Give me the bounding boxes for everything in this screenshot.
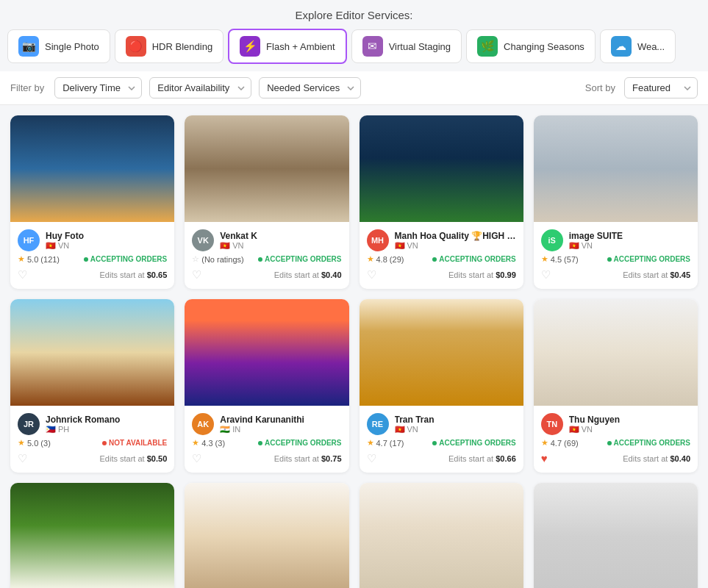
needed-services-select[interactable]: Needed Services Flash + Ambient HDR Blen… <box>259 77 361 98</box>
editor-name: Aravind Karunanithi <box>220 415 341 425</box>
like-button[interactable]: ♡ <box>18 268 27 282</box>
star-icon: ★ <box>18 254 25 264</box>
editor-details: Huy Foto 🇻🇳 VN <box>46 231 167 251</box>
status-dot <box>84 257 88 262</box>
status-dot <box>607 441 612 445</box>
card-editor-info: iS image SUITE 🇻🇳 VN <box>541 229 690 251</box>
editor-card[interactable]: VK Venkat K 🇻🇳 VN ☆(No ratings) ACCEPTIN… <box>185 115 348 289</box>
card-image <box>10 299 174 406</box>
price-text: Edits start at $0.40 <box>623 454 690 463</box>
tab-changing-seasons[interactable]: 🌿 Changing Seasons <box>466 29 596 63</box>
price-text: Edits start at $0.99 <box>448 270 516 279</box>
tab-hdr-blending[interactable]: 🔴 HDR Blending <box>115 29 224 63</box>
star-icon: ☆ <box>192 254 199 264</box>
country-flag: 🇻🇳 <box>46 241 56 251</box>
card-stats: ★4.7 (69) ACCEPTING ORDERS <box>541 438 690 448</box>
card-stats: ★4.3 (3) ACCEPTING ORDERS <box>192 438 341 448</box>
rating: ★4.7 (17) <box>367 438 404 448</box>
editor-availability-select[interactable]: Editor Availability Available Not Availa… <box>149 77 251 98</box>
star-icon: ★ <box>192 438 199 448</box>
card-image <box>534 483 698 588</box>
tab-virtual-staging[interactable]: ✉ Virtual Staging <box>351 29 462 63</box>
editor-card[interactable]: BP BEEPEC 🇻🇳 VN ♡ <box>185 483 348 588</box>
like-button[interactable]: ♡ <box>192 452 201 465</box>
card-image <box>360 115 523 222</box>
card-body: MH Manh Hoa Quality 🏆HIGH – END + 🇻🇳 VN … <box>360 222 523 289</box>
editor-card[interactable]: HF Huy Foto 🇻🇳 VN ★5.0 (121) ACCEPTING O… <box>10 115 174 289</box>
tab-flash-ambient[interactable]: ⚡ Flash + Ambient <box>228 29 347 64</box>
country-flag: 🇻🇳 <box>569 425 579 434</box>
editor-card[interactable]: iS image SUITE 🇻🇳 VN ★4.5 (57) ACCEPTING… <box>534 115 698 289</box>
editor-card[interactable]: JR Johnrick Romano 🇵🇭 PH ★5.0 (3) NOT AV… <box>10 299 174 473</box>
featured-select[interactable]: Featured Top Rated Newest <box>624 77 698 98</box>
editor-card[interactable]: AK Aravind Karunanithi 🇮🇳 IN ★4.3 (3) AC… <box>185 299 348 473</box>
country-flag: 🇻🇳 <box>569 241 579 251</box>
editor-name: Huy Foto <box>46 231 167 241</box>
like-button[interactable]: ♡ <box>541 268 551 282</box>
card-editor-info: VK Venkat K 🇻🇳 VN <box>192 229 341 251</box>
card-editor-info: RE Tran Tran 🇻🇳 VN <box>367 413 516 435</box>
price-text: Edits start at $0.75 <box>274 454 342 463</box>
status-badge: ACCEPTING ORDERS <box>607 255 690 263</box>
price-text: Edits start at $0.65 <box>100 270 168 279</box>
tab-single-photo[interactable]: 📷 Single Photo <box>7 29 110 63</box>
like-button[interactable]: ♡ <box>18 452 27 465</box>
like-button[interactable]: ♡ <box>367 268 376 282</box>
card-body: HF Huy Foto 🇻🇳 VN ★5.0 (121) ACCEPTING O… <box>10 222 174 289</box>
status-dot <box>432 257 437 262</box>
editor-card[interactable]: TN Thu Nguyen 🇻🇳 VN ★4.7 (69) ACCEPTING … <box>534 299 698 473</box>
editor-name: Manh Hoa Quality 🏆HIGH – END + <box>395 231 516 241</box>
editor-card[interactable]: RE Tran Tran 🇻🇳 VN ★4.7 (17) ACCEPTING O… <box>360 299 523 473</box>
status-badge: ACCEPTING ORDERS <box>607 439 690 447</box>
avatar: iS <box>541 229 563 251</box>
virtual-staging-icon: ✉ <box>362 36 383 57</box>
card-stats: ★4.7 (17) ACCEPTING ORDERS <box>367 438 516 448</box>
card-image <box>185 115 348 222</box>
country-code: VN <box>232 241 243 250</box>
card-editor-info: MH Manh Hoa Quality 🏆HIGH – END + 🇻🇳 VN <box>367 229 516 251</box>
avatar: VK <box>192 229 214 251</box>
rating: ★5.0 (121) <box>18 254 60 264</box>
status-badge: NOT AVAILABLE <box>102 439 167 447</box>
changing-seasons-icon: 🌿 <box>477 36 498 57</box>
like-button[interactable]: ♡ <box>367 452 376 465</box>
editor-details: Tran Tran 🇻🇳 VN <box>395 415 516 434</box>
editor-country: 🇻🇳 VN <box>395 425 516 434</box>
cards-grid: HF Huy Foto 🇻🇳 VN ★5.0 (121) ACCEPTING O… <box>0 105 708 588</box>
editor-card[interactable]: MH Manh Hoa Quality 🏆HIGH – END + 🇻🇳 VN … <box>360 115 523 289</box>
card-image <box>360 299 523 406</box>
card-body: VK Venkat K 🇻🇳 VN ☆(No ratings) ACCEPTIN… <box>185 222 348 289</box>
tab-weather[interactable]: ☁ Wea... <box>600 29 676 63</box>
card-price: ♡ Edits start at $0.99 <box>367 268 516 282</box>
like-button[interactable]: ♡ <box>192 268 201 282</box>
card-image <box>185 483 348 588</box>
card-editor-info: AK Aravind Karunanithi 🇮🇳 IN <box>192 413 341 435</box>
rating: ★4.7 (69) <box>541 438 579 448</box>
card-body: JR Johnrick Romano 🇵🇭 PH ★5.0 (3) NOT AV… <box>10 406 174 473</box>
editor-details: Venkat K 🇻🇳 VN <box>220 231 341 251</box>
like-button[interactable]: ♥ <box>541 452 548 465</box>
star-icon: ★ <box>541 438 548 448</box>
avatar: RE <box>367 413 389 435</box>
page-title: Explore Editor Services: <box>0 0 708 29</box>
country-code: VN <box>58 241 69 250</box>
status-dot <box>607 257 612 262</box>
editor-details: Johnrick Romano 🇵🇭 PH <box>46 415 167 434</box>
card-image <box>10 115 174 222</box>
filter-bar: Filter by Delivery Time 24 hours 48 hour… <box>0 71 708 105</box>
editor-card[interactable]: RN Rocker Nguyen 🇻🇳 VN ♡ <box>360 483 523 588</box>
country-flag: 🇻🇳 <box>395 241 405 251</box>
card-body: TN Thu Nguyen 🇻🇳 VN ★4.7 (69) ACCEPTING … <box>534 406 698 472</box>
status-badge: ACCEPTING ORDERS <box>84 255 167 263</box>
status-badge: ACCEPTING ORDERS <box>258 255 341 263</box>
editor-country: 🇻🇳 VN <box>220 241 341 251</box>
editor-card[interactable]: KV Khanh Vy 🇻🇳 VN ♡ <box>534 483 698 588</box>
editor-details: Aravind Karunanithi 🇮🇳 IN <box>220 415 341 434</box>
country-code: VN <box>582 241 593 250</box>
editor-card[interactable]: RE Ryan Esgana 🇵🇭 PH ♡ <box>10 483 174 588</box>
card-body: AK Aravind Karunanithi 🇮🇳 IN ★4.3 (3) AC… <box>185 406 348 473</box>
card-price: ♡ Edits start at $0.40 <box>192 268 341 282</box>
delivery-time-select[interactable]: Delivery Time 24 hours 48 hours 72 hours <box>54 77 142 98</box>
single-photo-icon: 📷 <box>18 36 39 57</box>
avatar: JR <box>18 413 40 435</box>
